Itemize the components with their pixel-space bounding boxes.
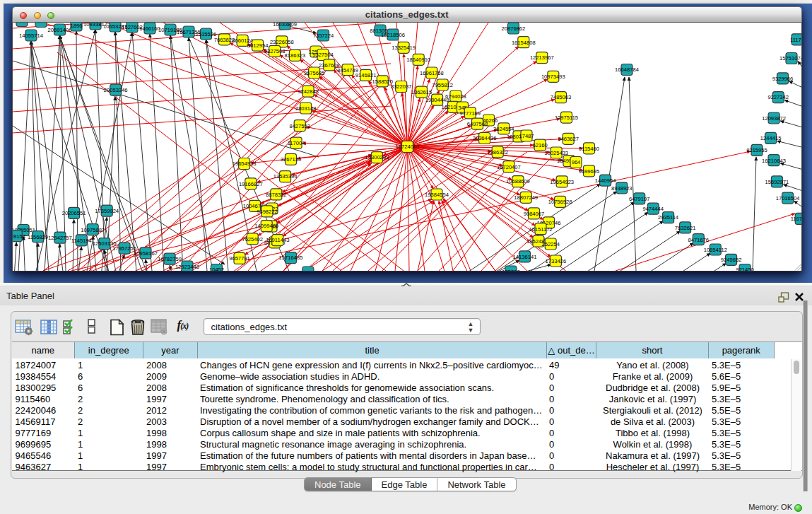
svg-text:16961758: 16961758 [420,70,444,76]
svg-text:10688609: 10688609 [506,178,530,185]
svg-text:12923448: 12923448 [175,264,199,270]
svg-text:1588520: 1588520 [372,78,394,85]
svg-text:10654112: 10654112 [704,247,727,253]
svg-text:921450: 921450 [736,267,753,271]
svg-text:7625402: 7625402 [242,236,263,243]
svg-text:8427552: 8427552 [289,123,310,129]
svg-text:62160: 62160 [533,142,548,148]
svg-text:3267130: 3267130 [281,156,302,163]
svg-text:7632621: 7632621 [675,225,696,231]
svg-text:165031: 165031 [299,269,317,271]
svg-text:9245652: 9245652 [721,257,742,263]
svg-text:6466160: 6466160 [139,25,160,32]
svg-text:13325419: 13325419 [392,45,416,51]
svg-text:19654923: 19654923 [550,179,574,185]
svg-text:9777169: 9777169 [460,110,481,117]
svg-text:10958167: 10958167 [134,250,158,257]
svg-text:16210643: 16210643 [762,158,786,164]
svg-text:16154808: 16154808 [512,40,536,46]
svg-text:9327508: 9327508 [264,48,286,54]
svg-text:1156829: 1156829 [28,234,48,240]
svg-text:2367608: 2367608 [319,62,340,69]
svg-text:9498222: 9498222 [257,209,278,215]
svg-text:2935114: 2935114 [658,214,678,221]
svg-text:7955812: 7955812 [432,82,453,88]
svg-text:14099489: 14099489 [254,223,278,229]
svg-text:10975887: 10975887 [81,227,105,233]
svg-text:7357224: 7357224 [313,33,334,39]
svg-text:15300293: 15300293 [365,154,389,160]
svg-text:175318: 175318 [502,269,519,271]
svg-text:9115460: 9115460 [579,146,599,152]
svg-text:2803144: 2803144 [295,105,317,112]
svg-text:19166827: 19166827 [239,181,263,187]
svg-text:9084067: 9084067 [524,211,545,217]
svg-text:15720407: 15720407 [497,164,521,170]
svg-text:17359924: 17359924 [95,208,119,214]
svg-text:9699695: 9699695 [579,168,600,175]
svg-text:15751074: 15751074 [779,55,801,62]
svg-text:16782759: 16782759 [158,256,182,262]
svg-text:964: 964 [572,159,581,165]
svg-text:20053346: 20053346 [104,87,128,93]
svg-text:15716485: 15716485 [279,255,303,261]
svg-text:1896: 1896 [71,23,83,29]
svg-text:12093872: 12093872 [762,115,786,122]
svg-text:10973493: 10973493 [541,74,565,80]
svg-text:20876862: 20876862 [502,25,526,32]
svg-text:11171: 11171 [790,37,802,43]
svg-text:252254: 252254 [542,241,560,247]
svg-text:3624554: 3624554 [493,126,514,132]
svg-text:8322037: 8322037 [391,83,412,90]
svg-text:17016504: 17016504 [776,195,800,201]
svg-text:7986322: 7986322 [487,149,508,156]
svg-text:14136141: 14136141 [513,254,537,260]
svg-text:9329966: 9329966 [772,76,794,82]
svg-text:9463627: 9463627 [558,136,579,142]
svg-text:9242848: 9242848 [298,88,319,95]
svg-text:8215955: 8215955 [746,147,767,153]
svg-text:9327504: 9327504 [312,52,334,58]
svg-text:19384554: 19384554 [425,192,449,198]
svg-text:12975115: 12975115 [555,115,578,121]
svg-text:6479197: 6479197 [629,196,650,202]
svg-text:13535394: 13535394 [273,173,298,180]
svg-text:16033809: 16033809 [273,23,297,28]
svg-text:1244415: 1244415 [760,135,782,141]
svg-text:9474444: 9474444 [642,206,664,212]
svg-text:10756928: 10756928 [548,199,572,205]
svg-text:15692971: 15692971 [765,179,789,185]
svg-text:939154: 939154 [13,233,25,240]
svg-text:18640910: 18640910 [406,57,430,63]
svg-text:3675685: 3675685 [304,70,325,76]
svg-text:1145194: 1145194 [71,238,92,244]
svg-text:18724007: 18724007 [396,144,420,150]
svg-text:8186323: 8186323 [285,52,306,59]
svg-text:23226058: 23226058 [270,39,294,45]
svg-text:1733426: 1733426 [546,258,567,264]
svg-text:9227342: 9227342 [767,94,789,100]
svg-text:17487: 17487 [519,133,534,139]
svg-text:8471676: 8471676 [688,237,710,243]
svg-text:7485063: 7485063 [551,94,572,100]
svg-text:1167533: 1167533 [791,216,802,222]
svg-text:16911443: 16911443 [266,237,289,243]
svg-text:16151172: 16151172 [529,226,552,233]
svg-text:19654933: 19654933 [233,160,257,167]
svg-text:6497568: 6497568 [467,121,488,127]
svg-text:12213967: 12213967 [530,54,554,61]
svg-text:1362615: 1362615 [411,89,433,95]
svg-text:17957255: 17957255 [112,245,136,252]
svg-text:1440954: 1440954 [595,177,616,184]
svg-text:10452: 10452 [209,267,224,271]
svg-text:20364436: 20364436 [473,135,497,141]
svg-text:20691406: 20691406 [48,27,72,33]
svg-text:20206551: 20206551 [62,210,86,216]
svg-text:6794028: 6794028 [445,93,466,100]
svg-text:8938923: 8938923 [611,185,632,192]
svg-text:12942757: 12942757 [48,235,72,241]
svg-text:19218506: 19218506 [381,32,405,38]
svg-text:8878332: 8878332 [266,192,287,198]
svg-text:14055714: 14055714 [19,33,43,39]
svg-text:117004: 117004 [288,140,305,146]
